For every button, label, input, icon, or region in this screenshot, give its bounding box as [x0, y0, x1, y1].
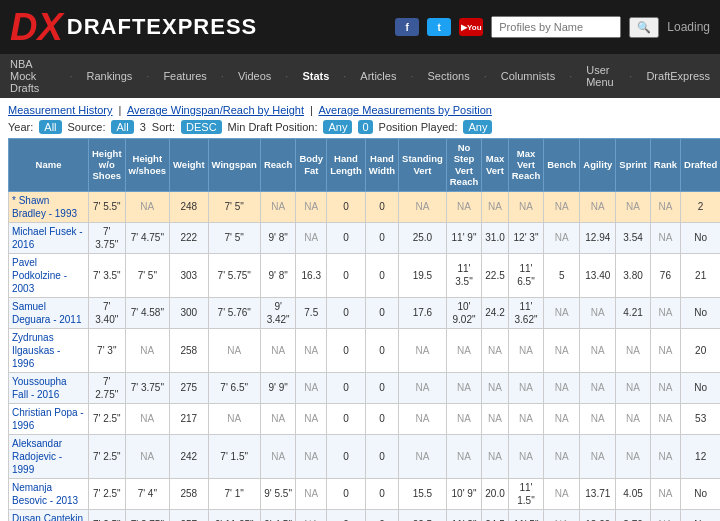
player-name[interactable]: * Shawn Bradley - 1993: [9, 191, 89, 222]
facebook-icon[interactable]: f: [395, 18, 419, 36]
breadcrumb-avg-wingspan[interactable]: Average Wingspan/Reach by Height: [127, 104, 304, 116]
col-weight[interactable]: Weight: [170, 139, 209, 192]
site-header: DX DRAFTEXPRESS f t ▶You 🔍 Loading: [0, 0, 720, 54]
position-label: Position Played:: [379, 121, 458, 133]
search-input[interactable]: [491, 16, 621, 38]
table-row: Michael Fusek - 20167' 3.75"7' 4.75"2227…: [9, 222, 721, 253]
col-rank[interactable]: Rank: [650, 139, 680, 192]
col-height-w-shoes[interactable]: Heightw/shoes: [125, 139, 170, 192]
table-row: Nemanja Besovic - 20137' 2.5"7' 4"2587' …: [9, 478, 721, 509]
youtube-icon[interactable]: ▶You: [459, 18, 483, 36]
filters-bar: Year: All Source: All 3 Sort: DESC Min D…: [8, 120, 712, 134]
source-value[interactable]: All: [111, 120, 133, 134]
col-max-vert[interactable]: MaxVert: [482, 139, 508, 192]
table-row: * Shawn Bradley - 19937' 5.5"NA2487' 5"N…: [9, 191, 721, 222]
logo-dx: DX: [10, 8, 63, 46]
loading-indicator: Loading: [667, 20, 710, 34]
nav-bar: NBA Mock Drafts · Rankings · Features · …: [0, 54, 720, 98]
nav-draftexpress[interactable]: DraftExpress: [646, 70, 710, 82]
breadcrumb: Measurement History | Average Wingspan/R…: [8, 104, 712, 116]
breadcrumb-avg-by-position[interactable]: Average Measurements by Position: [318, 104, 491, 116]
table-row: Christian Popa - 19967' 2.5"NA217NANANA0…: [9, 403, 721, 434]
col-name[interactable]: Name: [9, 139, 89, 192]
nav-rankings[interactable]: Rankings: [86, 70, 132, 82]
measurements-table: Name Height w/oShoes Heightw/shoes Weigh…: [8, 138, 720, 521]
nav-videos[interactable]: Videos: [238, 70, 271, 82]
col-max-vert-reach[interactable]: MaxVertReach: [508, 139, 544, 192]
min-draft-value[interactable]: Any: [323, 120, 352, 134]
col-hand-length[interactable]: HandLength: [327, 139, 366, 192]
table-row: Dusan Cantekin - 20127' 2.5"7' 3.75"2576…: [9, 509, 721, 521]
player-name[interactable]: Dusan Cantekin - 2012: [9, 509, 89, 521]
col-agility[interactable]: Agility: [580, 139, 616, 192]
player-name[interactable]: Samuel Deguara - 2011: [9, 297, 89, 328]
player-name[interactable]: Nemanja Besovic - 2013: [9, 478, 89, 509]
sort-value[interactable]: DESC: [181, 120, 222, 134]
table-row: Samuel Deguara - 20117' 3.40"7' 4.58"300…: [9, 297, 721, 328]
twitter-icon[interactable]: t: [427, 18, 451, 36]
player-name[interactable]: Christian Popa - 1996: [9, 403, 89, 434]
player-name[interactable]: Youssoupha Fall - 2016: [9, 372, 89, 403]
nav-sections[interactable]: Sections: [427, 70, 469, 82]
min-draft-label: Min Draft Position:: [228, 121, 318, 133]
source-label: Source:: [68, 121, 106, 133]
header-right: f t ▶You 🔍 Loading: [395, 16, 710, 38]
col-standing-vert[interactable]: StandingVert: [399, 139, 447, 192]
col-height-wo-shoes[interactable]: Height w/oShoes: [89, 139, 126, 192]
table-row: Zydrunas Ilgauskas - 19967' 3"NA258NANAN…: [9, 328, 721, 372]
year-value[interactable]: All: [39, 120, 61, 134]
col-reach[interactable]: Reach: [260, 139, 296, 192]
col-no-step-vert[interactable]: No StepVert Reach: [446, 139, 482, 192]
table-row: Aleksandar Radojevic - 19997' 2.5"NA2427…: [9, 434, 721, 478]
col-hand-width[interactable]: HandWidth: [365, 139, 398, 192]
col-body-fat[interactable]: BodyFat: [296, 139, 327, 192]
logo-brand: DRAFTEXPRESS: [67, 14, 257, 40]
nav-user-menu[interactable]: User Menu: [586, 64, 615, 88]
breadcrumb-measurement-history[interactable]: Measurement History: [8, 104, 113, 116]
table-header-row: Name Height w/oShoes Heightw/shoes Weigh…: [9, 139, 721, 192]
table-row: Pavel Podkolzine - 20037' 3.5"7' 5"3037'…: [9, 253, 721, 297]
nav-features[interactable]: Features: [163, 70, 206, 82]
year-label: Year:: [8, 121, 33, 133]
player-name[interactable]: Pavel Podkolzine - 2003: [9, 253, 89, 297]
logo[interactable]: DX DRAFTEXPRESS: [10, 8, 257, 46]
position-value[interactable]: Any: [463, 120, 492, 134]
nav-mock-drafts[interactable]: NBA Mock Drafts: [10, 58, 55, 94]
col-wingspan[interactable]: Wingspan: [208, 139, 260, 192]
filter-number-badge: 3: [140, 121, 146, 133]
col-sprint[interactable]: Sprint: [616, 139, 650, 192]
sort-label: Sort:: [152, 121, 175, 133]
nav-articles[interactable]: Articles: [360, 70, 396, 82]
nav-stats[interactable]: Stats: [302, 70, 329, 82]
position-badge: 0: [358, 120, 372, 134]
page-content: Measurement History | Average Wingspan/R…: [0, 98, 720, 521]
col-drafted[interactable]: Drafted: [681, 139, 720, 192]
nav-columnists[interactable]: Columnists: [501, 70, 555, 82]
search-button[interactable]: 🔍: [629, 17, 659, 38]
player-name[interactable]: Aleksandar Radojevic - 1999: [9, 434, 89, 478]
player-name[interactable]: Zydrunas Ilgauskas - 1996: [9, 328, 89, 372]
col-bench[interactable]: Bench: [544, 139, 580, 192]
table-row: Youssoupha Fall - 20167' 2.75"7' 3.75"27…: [9, 372, 721, 403]
player-name[interactable]: Michael Fusek - 2016: [9, 222, 89, 253]
